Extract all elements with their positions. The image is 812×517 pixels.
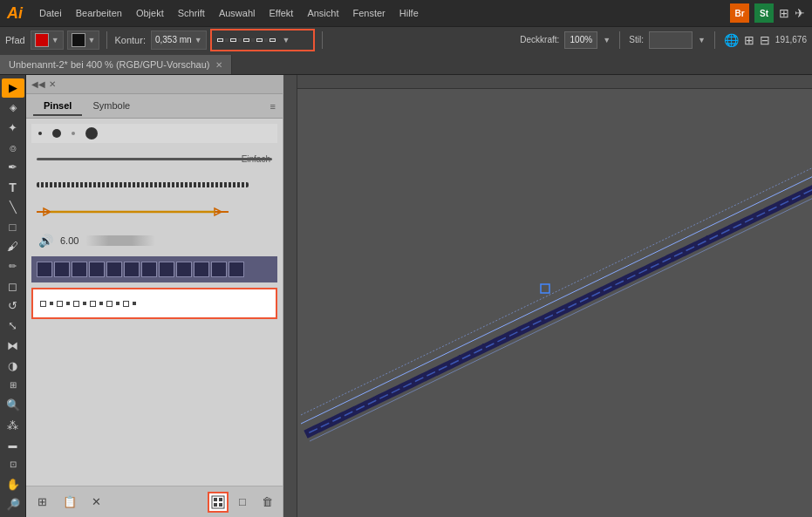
menu-bearbeiten[interactable]: Bearbeiten [70, 6, 128, 20]
dash-elem-1 [40, 301, 46, 307]
fill-color-group[interactable]: ▼ [67, 31, 100, 50]
panel-close-btn[interactable]: ✕ [49, 79, 56, 89]
style-label: Stil: [629, 35, 644, 44]
opacity-input[interactable] [564, 31, 597, 49]
line-tool[interactable]: ╲ [2, 197, 24, 216]
menu-auswahl[interactable]: Auswahl [213, 6, 262, 20]
panel-menu-btn[interactable]: ≡ [270, 101, 276, 112]
artboard-tool[interactable]: ⊡ [2, 455, 24, 474]
menu-ansicht[interactable]: Ansicht [301, 6, 345, 20]
tab-title: Unbenannt-2* bei 400 % (RGB/GPU-Vorschau… [9, 59, 210, 70]
select-tool[interactable]: ▶ [2, 78, 24, 98]
brush-panel: ◀◀ ✕ Pinsel Symbole ≡ Einfach [26, 75, 283, 517]
panel-tabs-bar: Pinsel Symbole ≡ [26, 94, 283, 119]
scale-tool[interactable]: ⤡ [2, 316, 24, 336]
align-icon[interactable]: ⊟ [760, 33, 770, 47]
brush-item-pattern[interactable] [31, 256, 277, 282]
new-brush-btn[interactable]: □ [232, 492, 253, 513]
zoom-tool[interactable]: 🔎 [2, 494, 24, 514]
pencil-tool[interactable]: ✏ [2, 257, 24, 276]
brush-item-rough[interactable] [31, 174, 277, 195]
stroke-color-arrow[interactable]: ▼ [51, 36, 59, 44]
delete-brush-btn[interactable]: ✕ [85, 492, 106, 513]
brush-simple-label: Einfach [242, 154, 270, 164]
eraser-tool[interactable]: ◻ [2, 276, 24, 296]
brush-options-icon[interactable]: 📋 [59, 492, 80, 513]
gradient-tool[interactable]: ◑ [2, 356, 24, 375]
dash-elem-12 [133, 302, 136, 305]
column-chart-tool[interactable]: ▬ [2, 435, 24, 454]
app-logo: Ai [7, 4, 23, 23]
opacity-arrow[interactable]: ▼ [603, 36, 611, 44]
panel-collapse-btn[interactable]: ◀◀ [31, 79, 45, 89]
brush-options-left-icon[interactable]: ⊞ [31, 492, 52, 513]
kontur-arrow[interactable]: ▼ [194, 36, 202, 44]
pattern-block-12 [229, 262, 244, 277]
pen-tool[interactable]: ✒ [2, 158, 24, 177]
tab-pinsel[interactable]: Pinsel [33, 97, 82, 116]
tab-symbole[interactable]: Symbole [82, 97, 140, 116]
trash-btn[interactable]: 🗑 [256, 492, 277, 513]
grid-icon[interactable]: ⊞ [744, 33, 754, 47]
mesh-tool[interactable]: ⊞ [2, 376, 24, 395]
brush-circle-1[interactable] [38, 132, 42, 135]
menu-hilfe[interactable]: Hilfe [393, 6, 425, 20]
pattern-block-3 [72, 262, 87, 277]
direct-select-tool[interactable]: ◈ [2, 99, 24, 118]
menu-datei[interactable]: Datei [33, 6, 68, 20]
brush-circles-row[interactable] [31, 124, 277, 143]
stroke-color-group[interactable]: ▼ [31, 31, 64, 50]
menu-objekt[interactable]: Objekt [130, 6, 170, 20]
stock-icon[interactable]: St [754, 3, 774, 23]
stroke-pattern-box[interactable]: ▼ [210, 29, 315, 51]
svg-rect-5 [214, 498, 217, 501]
shape-tool[interactable]: □ [2, 217, 24, 236]
menu-schrift[interactable]: Schrift [172, 6, 211, 20]
style-input[interactable] [649, 31, 693, 49]
lasso-tool[interactable]: ⌾ [2, 138, 24, 157]
type-tool[interactable]: T [2, 178, 24, 197]
brush-circle-4[interactable] [85, 127, 98, 139]
canvas-svg [283, 75, 812, 517]
send-icon[interactable]: ✈ [795, 6, 805, 20]
vol-stroke-visual [85, 235, 155, 246]
kontur-group[interactable]: 0,353 mn ▼ [151, 31, 207, 50]
brush-item-vol[interactable]: 🔊 6.00 [31, 228, 277, 253]
menu-fenster[interactable]: Fenster [346, 6, 391, 20]
stroke-color-swatch[interactable] [35, 33, 49, 47]
pattern-block-9 [176, 262, 192, 277]
paintbrush-tool[interactable]: 🖌 [2, 237, 24, 256]
fill-color-swatch[interactable] [72, 33, 85, 47]
magic-wand-tool[interactable]: ✦ [2, 118, 24, 137]
brush-object-options-btn[interactable] [208, 492, 229, 513]
main-area: ▶ ◈ ✦ ⌾ ✒ T ╲ □ 🖌 ✏ ◻ ↺ ⤡ ⧓ ◑ ⊞ 🔍 ⁂ ▬ ⊡ … [0, 75, 812, 517]
workspace-switcher-icon[interactable]: ⊞ [779, 6, 789, 20]
dash-elem-3 [57, 301, 63, 307]
tab-close-button[interactable]: ✕ [215, 60, 222, 70]
style-arrow[interactable]: ▼ [698, 36, 706, 44]
blend-tool[interactable]: ⧓ [2, 337, 24, 356]
brush-item-dashed[interactable] [31, 288, 277, 319]
menu-bar: Ai Datei Bearbeiten Objekt Schrift Auswa… [0, 0, 812, 26]
stroke-pattern-arrow[interactable]: ▼ [283, 36, 290, 44]
menu-effekt[interactable]: Effekt [263, 6, 299, 20]
brush-item-simple[interactable]: Einfach [31, 146, 277, 171]
dash-elem-9 [106, 301, 113, 307]
path-label: Pfad [5, 35, 25, 45]
globe-icon[interactable]: 🌐 [724, 33, 739, 47]
hand-tool[interactable]: ✋ [2, 475, 24, 494]
bridge-icon[interactable]: Br [730, 3, 749, 23]
fill-color-arrow[interactable]: ▼ [88, 36, 96, 44]
brush-item-art[interactable] [31, 199, 277, 225]
brush-circle-2[interactable] [52, 129, 61, 138]
brush-circle-3[interactable] [72, 132, 75, 135]
eyedropper-tool[interactable]: 🔍 [2, 396, 24, 415]
document-tab[interactable]: Unbenannt-2* bei 400 % (RGB/GPU-Vorschau… [0, 55, 232, 74]
volume-icon: 🔊 [38, 234, 53, 248]
svg-rect-14 [541, 284, 549, 293]
brush-stroke-rough [37, 182, 249, 187]
canvas-area[interactable] [283, 75, 812, 517]
symbol-tool[interactable]: ⁂ [2, 415, 24, 434]
rotate-tool[interactable]: ↺ [2, 296, 24, 316]
dash-elem-10 [116, 302, 119, 305]
